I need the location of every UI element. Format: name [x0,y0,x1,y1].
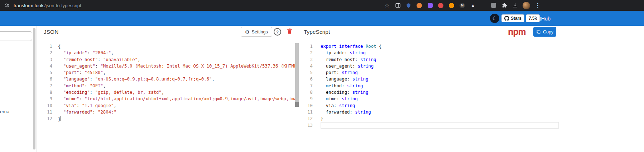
code-line-2[interactable]: 2 "ip_addr": "2804:", [39,50,299,56]
line-number: 6 [39,76,52,82]
code-line-12[interactable]: 12} [39,115,299,122]
line-number: 8 [39,89,52,96]
panel-divider[interactable] [301,26,301,152]
code-line-3[interactable]: 3 remote_host: string [303,56,559,63]
question-icon: ? [276,30,279,34]
dark-mode-toggle[interactable]: ☾ [490,14,499,23]
typescript-code-editor[interactable]: 1export interface Root {2 ip_addr: strin… [303,42,559,152]
shield-extension-icon[interactable] [405,3,412,9]
line-number: 11 [39,109,52,115]
line-number: 7 [39,83,52,89]
code-line-5[interactable]: 5 "port": "45180", [39,69,299,76]
line-number: 4 [39,63,52,69]
code-line-9[interactable]: 9 "mime": "text/html,application/xhtml+x… [39,96,299,102]
code-line-11[interactable]: 11 forwarded: string [303,109,559,115]
red-extension-icon[interactable] [438,3,443,8]
typescript-editor-edge [559,42,559,152]
code-line-10[interactable]: 10 "via": "1.1 google", [39,102,299,109]
code-line-10[interactable]: 10 via: string [303,102,559,109]
code-line-11[interactable]: 11 "forwarded": "2804:" [39,109,299,115]
line-number: 5 [303,69,313,76]
line-number: 12 [39,115,52,122]
code-line-1[interactable]: 1{ [39,43,299,50]
code-line-2[interactable]: 2 ip_addr: string [303,50,559,56]
downloads-icon[interactable] [512,3,518,9]
code-text: "language": "en-US,en;q=0.9,pt;q=0.8,und… [58,76,299,82]
settings-button[interactable]: ⚙ Settings [241,27,272,37]
json-code-editor[interactable]: 1{2 "ip_addr": "2804:",3 "remote_host": … [39,42,299,152]
triangle-extension-icon[interactable]: ▲ [470,3,476,9]
site-info-icon[interactable] [4,3,10,8]
line-number: 12 [303,115,313,122]
url-path: /json-to-typescript [44,3,81,8]
url-host: transform.tools [14,3,44,8]
orange-extension-icon[interactable] [417,3,422,8]
grid-extension-icon[interactable] [481,3,486,8]
code-text: port: string [321,69,559,76]
line-number: 3 [39,56,52,63]
copy-button[interactable]: Copy [533,27,556,37]
line-number: 5 [39,69,52,76]
line-number: 2 [303,50,313,56]
code-text: encoding: string [321,89,559,96]
github-stars-button[interactable]: Stars [501,14,524,22]
sidebar-item-partial[interactable]: ema [0,109,9,114]
gray-extension-icon[interactable] [491,3,496,8]
gear-icon: ⚙ [245,29,250,34]
m-extension-icon[interactable]: M [460,3,465,8]
npm-logo[interactable]: npm [508,27,526,37]
purple-extension-icon[interactable] [428,3,433,8]
extensions-puzzle-icon[interactable] [501,3,507,9]
sidebar-search-input[interactable] [0,31,32,41]
line-number: 6 [303,76,313,82]
sidebar-scrollbar[interactable] [33,28,35,149]
clear-input-button[interactable] [285,27,293,36]
browser-menu-icon[interactable]: ⋮ [535,3,541,9]
side-panel-icon[interactable] [395,3,401,9]
json-editor-scroll-marker [295,102,299,107]
code-line-4[interactable]: 4 "user_agent": "Mozilla/5.0 (Macintosh;… [39,63,299,69]
sidebar-divider [36,26,37,152]
line-number: 2 [39,50,52,56]
json-panel-title: JSON [44,29,58,35]
code-text: "ip_addr": "2804:", [58,50,299,56]
code-line-6[interactable]: 6 "language": "en-US,en;q=0.9,pt;q=0.8,u… [39,76,299,82]
code-line-1[interactable]: 1export interface Root { [303,43,559,50]
code-text: mime: string [321,96,559,102]
line-number: 10 [303,102,313,109]
code-line-7[interactable]: 7 "method": "GET", [39,83,299,89]
code-text: language: string [321,76,559,82]
code-line-3[interactable]: 3 "remote_host": "unavailable", [39,56,299,63]
code-line-9[interactable]: 9 mime: string [303,96,559,102]
code-line-8[interactable]: 8 encoding: string [303,89,559,96]
code-line-6[interactable]: 6 language: string [303,76,559,82]
line-number: 1 [39,43,52,50]
line-number: 11 [303,109,313,115]
profile-avatar[interactable] [523,2,530,9]
stars-label: Stars [511,16,522,21]
code-line-4[interactable]: 4 user_agent: string [303,63,559,69]
code-line-7[interactable]: 7 method: string [303,83,559,89]
code-text: remote_host: string [321,56,559,63]
settings-label: Settings [252,29,268,34]
moon-icon: ☾ [492,15,497,21]
code-text: method: string [321,83,559,89]
code-line-13[interactable]: 13 [303,122,559,129]
code-text: } [321,115,559,122]
bookmark-star-icon[interactable]: ☆ [384,3,390,9]
github-link[interactable]: GitHub [534,16,551,22]
address-bar[interactable]: transform.tools/json-to-typescript [14,3,81,8]
code-text: forwarded: string [321,109,559,115]
code-text: "mime": "text/html,application/xhtml+xml… [58,96,299,102]
browser-toolbar-icons: ☆ M ▲ ⋮ [384,0,541,11]
code-text: "forwarded": "2804:" [58,109,299,115]
typescript-panel-title: TypeScript [304,29,330,35]
amber-extension-icon[interactable] [449,3,454,8]
code-line-5[interactable]: 5 port: string [303,69,559,76]
json-editor-scrollbar[interactable] [295,43,299,105]
line-number: 1 [303,43,313,50]
help-button[interactable]: ? [274,28,281,36]
code-line-8[interactable]: 8 "encoding": "gzip, deflate, br, zstd", [39,89,299,96]
code-line-12[interactable]: 12} [303,115,559,122]
github-octocat-icon [504,16,509,21]
